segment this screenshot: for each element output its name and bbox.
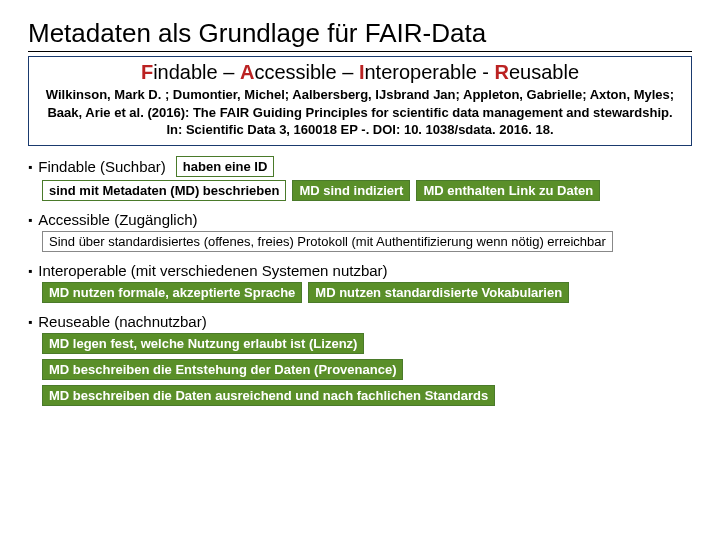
reusable-heading: Reuseable (nachnutzbar) <box>28 313 692 330</box>
word-accessible: ccessible <box>254 61 336 83</box>
accessible-heading: Accessible (Zugänglich) <box>28 211 692 228</box>
fair-header-box: Findable – Accessible – Interoperable - … <box>28 56 692 146</box>
word-findable: indable <box>153 61 218 83</box>
chip-md-link: MD enthalten Link zu Daten <box>416 180 600 201</box>
word-reusable: eusable <box>509 61 579 83</box>
chip-md-indexed: MD sind indiziert <box>292 180 410 201</box>
letter-f: F <box>141 61 153 83</box>
chip-md-described: sind mit Metadaten (MD) beschrieben <box>42 180 286 201</box>
fair-acronym-line: Findable – Accessible – Interoperable - … <box>39 59 681 86</box>
section-interoperable: Interoperable (mit verschiedenen Systeme… <box>28 262 692 303</box>
chip-standards: MD beschreiben die Daten ausreichend und… <box>42 385 495 406</box>
slide: Metadaten als Grundlage für FAIR-Data Fi… <box>0 0 720 416</box>
chip-protocol: Sind über standardisiertes (offenes, fre… <box>42 231 613 252</box>
letter-a: A <box>240 61 254 83</box>
section-findable: Findable (Suchbar) haben eine ID sind mi… <box>28 156 692 201</box>
citation-text: Wilkinson, Mark D. ; Dumontier, Michel; … <box>39 86 681 139</box>
chip-vocabularies: MD nutzen standardisierte Vokabularien <box>308 282 569 303</box>
findable-heading: Findable (Suchbar) <box>28 158 166 175</box>
section-accessible: Accessible (Zugänglich) Sind über standa… <box>28 211 692 252</box>
word-interoperable: nteroperable <box>364 61 476 83</box>
chip-formal-language: MD nutzen formale, akzeptierte Sprache <box>42 282 302 303</box>
chip-provenance: MD beschreiben die Entstehung der Daten … <box>42 359 403 380</box>
chip-have-id: haben eine ID <box>176 156 275 177</box>
interoperable-heading: Interoperable (mit verschiedenen Systeme… <box>28 262 692 279</box>
slide-title: Metadaten als Grundlage für FAIR-Data <box>28 18 692 52</box>
letter-r: R <box>495 61 509 83</box>
section-reusable: Reuseable (nachnutzbar) MD legen fest, w… <box>28 313 692 406</box>
chip-license: MD legen fest, welche Nutzung erlaubt is… <box>42 333 364 354</box>
